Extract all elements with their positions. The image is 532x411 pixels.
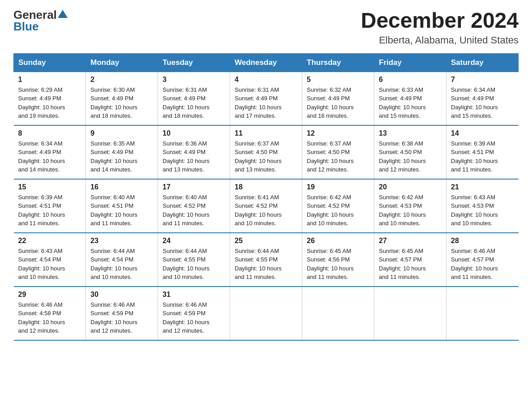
col-thursday: Thursday (302, 53, 374, 72)
day-cell: 1Sunrise: 6:29 AMSunset: 4:49 PMDaylight… (14, 72, 86, 125)
day-info: Sunrise: 6:40 AMSunset: 4:51 PMDaylight:… (90, 193, 153, 228)
day-info: Sunrise: 6:43 AMSunset: 4:54 PMDaylight:… (18, 247, 82, 282)
day-info: Sunrise: 6:33 AMSunset: 4:49 PMDaylight:… (379, 86, 442, 120)
col-friday: Friday (374, 53, 446, 72)
day-cell: 20Sunrise: 6:42 AMSunset: 4:53 PMDayligh… (374, 179, 446, 233)
title-block: December 2024 Elberta, Alabama, United S… (361, 9, 519, 46)
col-saturday: Saturday (446, 53, 519, 72)
day-cell (302, 287, 374, 340)
day-number: 16 (90, 183, 153, 191)
day-cell: 25Sunrise: 6:44 AMSunset: 4:55 PMDayligh… (230, 233, 302, 287)
logo: General Blue (13, 9, 68, 32)
col-monday: Monday (86, 53, 158, 72)
day-cell: 6Sunrise: 6:33 AMSunset: 4:49 PMDaylight… (374, 72, 446, 125)
day-info: Sunrise: 6:34 AMSunset: 4:49 PMDaylight:… (451, 86, 514, 120)
day-number: 3 (163, 76, 225, 84)
day-info: Sunrise: 6:44 AMSunset: 4:55 PMDaylight:… (163, 247, 225, 282)
day-number: 8 (18, 129, 82, 137)
day-cell: 22Sunrise: 6:43 AMSunset: 4:54 PMDayligh… (14, 233, 86, 287)
day-number: 15 (18, 183, 82, 191)
calendar-body: 1Sunrise: 6:29 AMSunset: 4:49 PMDaylight… (14, 72, 519, 340)
day-number: 26 (307, 237, 369, 245)
day-number: 1 (18, 76, 82, 84)
day-number: 22 (18, 237, 82, 245)
calendar-subtitle: Elberta, Alabama, United States (361, 34, 519, 46)
day-number: 10 (163, 129, 225, 137)
day-info: Sunrise: 6:42 AMSunset: 4:53 PMDaylight:… (379, 193, 442, 228)
day-cell: 18Sunrise: 6:41 AMSunset: 4:52 PMDayligh… (230, 179, 302, 233)
day-info: Sunrise: 6:41 AMSunset: 4:52 PMDaylight:… (235, 193, 297, 228)
calendar-table: Sunday Monday Tuesday Wednesday Thursday… (13, 53, 519, 341)
day-cell: 11Sunrise: 6:37 AMSunset: 4:50 PMDayligh… (230, 125, 302, 179)
header-row: Sunday Monday Tuesday Wednesday Thursday… (14, 53, 519, 72)
day-cell: 7Sunrise: 6:34 AMSunset: 4:49 PMDaylight… (446, 72, 519, 125)
day-info: Sunrise: 6:37 AMSunset: 4:50 PMDaylight:… (307, 139, 369, 174)
day-info: Sunrise: 6:46 AMSunset: 4:59 PMDaylight:… (163, 300, 225, 335)
day-cell: 29Sunrise: 6:46 AMSunset: 4:58 PMDayligh… (14, 287, 86, 340)
day-number: 18 (235, 183, 297, 191)
day-cell: 14Sunrise: 6:39 AMSunset: 4:51 PMDayligh… (446, 125, 519, 179)
day-info: Sunrise: 6:46 AMSunset: 4:59 PMDaylight:… (90, 300, 153, 335)
day-number: 27 (379, 237, 442, 245)
day-number: 21 (451, 183, 514, 191)
day-number: 30 (90, 291, 153, 299)
day-number: 9 (90, 129, 153, 137)
day-cell: 23Sunrise: 6:44 AMSunset: 4:54 PMDayligh… (86, 233, 158, 287)
day-cell: 15Sunrise: 6:39 AMSunset: 4:51 PMDayligh… (14, 179, 86, 233)
day-number: 17 (163, 183, 225, 191)
day-cell: 2Sunrise: 6:30 AMSunset: 4:49 PMDaylight… (86, 72, 158, 125)
day-info: Sunrise: 6:30 AMSunset: 4:49 PMDaylight:… (90, 86, 153, 120)
col-wednesday: Wednesday (230, 53, 302, 72)
day-info: Sunrise: 6:42 AMSunset: 4:52 PMDaylight:… (307, 193, 369, 228)
week-row-1: 1Sunrise: 6:29 AMSunset: 4:49 PMDaylight… (14, 72, 519, 125)
day-cell: 16Sunrise: 6:40 AMSunset: 4:51 PMDayligh… (86, 179, 158, 233)
day-cell: 21Sunrise: 6:43 AMSunset: 4:53 PMDayligh… (446, 179, 519, 233)
day-number: 5 (307, 76, 369, 84)
calendar-title: December 2024 (361, 9, 519, 33)
day-info: Sunrise: 6:43 AMSunset: 4:53 PMDaylight:… (451, 193, 514, 228)
day-cell: 3Sunrise: 6:31 AMSunset: 4:49 PMDaylight… (158, 72, 230, 125)
day-info: Sunrise: 6:37 AMSunset: 4:50 PMDaylight:… (235, 139, 297, 174)
day-cell: 27Sunrise: 6:45 AMSunset: 4:57 PMDayligh… (374, 233, 446, 287)
day-info: Sunrise: 6:29 AMSunset: 4:49 PMDaylight:… (18, 86, 82, 120)
day-cell (374, 287, 446, 340)
day-number: 2 (90, 76, 153, 84)
day-number: 4 (235, 76, 297, 84)
day-cell (446, 287, 519, 340)
day-number: 20 (379, 183, 442, 191)
day-number: 11 (235, 129, 297, 137)
day-info: Sunrise: 6:39 AMSunset: 4:51 PMDaylight:… (18, 193, 82, 228)
day-info: Sunrise: 6:36 AMSunset: 4:49 PMDaylight:… (163, 139, 225, 174)
day-number: 14 (451, 129, 514, 137)
day-info: Sunrise: 6:44 AMSunset: 4:55 PMDaylight:… (235, 247, 297, 282)
day-number: 19 (307, 183, 369, 191)
day-number: 24 (163, 237, 225, 245)
day-number: 13 (379, 129, 442, 137)
day-cell: 9Sunrise: 6:35 AMSunset: 4:49 PMDaylight… (86, 125, 158, 179)
page-header: General Blue December 2024 Elberta, Alab… (13, 9, 519, 46)
day-number: 6 (379, 76, 442, 84)
day-info: Sunrise: 6:38 AMSunset: 4:50 PMDaylight:… (379, 139, 442, 174)
day-cell: 24Sunrise: 6:44 AMSunset: 4:55 PMDayligh… (158, 233, 230, 287)
day-cell: 10Sunrise: 6:36 AMSunset: 4:49 PMDayligh… (158, 125, 230, 179)
day-info: Sunrise: 6:44 AMSunset: 4:54 PMDaylight:… (90, 247, 153, 282)
week-row-2: 8Sunrise: 6:34 AMSunset: 4:49 PMDaylight… (14, 125, 519, 179)
week-row-4: 22Sunrise: 6:43 AMSunset: 4:54 PMDayligh… (14, 233, 519, 287)
calendar-header: Sunday Monday Tuesday Wednesday Thursday… (14, 53, 519, 72)
day-info: Sunrise: 6:45 AMSunset: 4:57 PMDaylight:… (379, 247, 442, 282)
logo-triangle-icon (58, 10, 68, 20)
day-cell: 12Sunrise: 6:37 AMSunset: 4:50 PMDayligh… (302, 125, 374, 179)
day-info: Sunrise: 6:46 AMSunset: 4:58 PMDaylight:… (18, 300, 82, 335)
day-info: Sunrise: 6:46 AMSunset: 4:57 PMDaylight:… (451, 247, 514, 282)
day-info: Sunrise: 6:45 AMSunset: 4:56 PMDaylight:… (307, 247, 369, 282)
day-cell: 8Sunrise: 6:34 AMSunset: 4:49 PMDaylight… (14, 125, 86, 179)
day-info: Sunrise: 6:35 AMSunset: 4:49 PMDaylight:… (90, 139, 153, 174)
day-cell: 17Sunrise: 6:40 AMSunset: 4:52 PMDayligh… (158, 179, 230, 233)
day-number: 7 (451, 76, 514, 84)
day-cell: 4Sunrise: 6:31 AMSunset: 4:49 PMDaylight… (230, 72, 302, 125)
day-number: 31 (163, 291, 225, 299)
day-info: Sunrise: 6:40 AMSunset: 4:52 PMDaylight:… (163, 193, 225, 228)
day-cell: 31Sunrise: 6:46 AMSunset: 4:59 PMDayligh… (158, 287, 230, 340)
day-number: 12 (307, 129, 369, 137)
day-info: Sunrise: 6:39 AMSunset: 4:51 PMDaylight:… (451, 139, 514, 174)
